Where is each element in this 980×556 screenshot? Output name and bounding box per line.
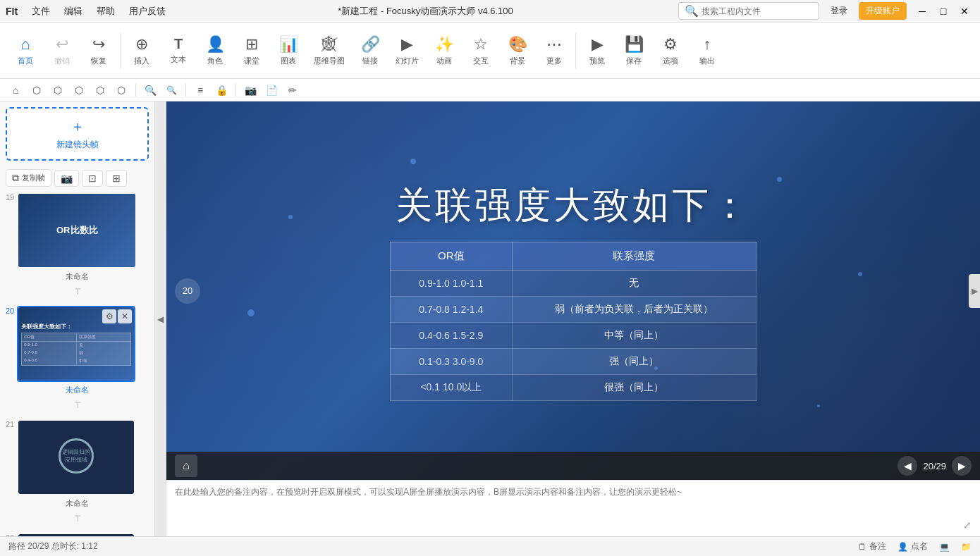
tb2-edit-btn[interactable]: ✏ xyxy=(284,82,301,99)
upgrade-button[interactable]: 升级账户 xyxy=(859,2,907,20)
panel-collapse-button[interactable]: ◀ xyxy=(155,101,166,536)
bg-label: 背景 xyxy=(510,56,525,66)
canvas-nav-home-btn[interactable]: ⌂ xyxy=(175,455,197,477)
notes-expand-button[interactable]: ⤢ xyxy=(963,519,972,531)
tb2-screenshot-btn[interactable]: 📷 xyxy=(242,82,259,99)
slide-num-19: 19 xyxy=(6,192,14,202)
toolbar-role-button[interactable]: 👤 角色 xyxy=(197,32,233,69)
slide-item[interactable]: 19 OR比数比 未命名 ⊤ xyxy=(3,192,152,300)
toolbar-redo-button[interactable]: ↪ 恢复 xyxy=(80,32,117,69)
nav-prev-button[interactable]: ◀ xyxy=(898,456,917,476)
toolbar-mindmap-button[interactable]: 🕸 思维导图 xyxy=(307,32,352,69)
undo-label: 撤销 xyxy=(54,56,70,66)
toolbar-save-button[interactable]: 💾 保存 xyxy=(615,32,652,69)
slide-icon: ▶ xyxy=(401,35,413,54)
toolbar-animate-button[interactable]: ✨ 动画 xyxy=(426,32,463,69)
table-cell: 无 xyxy=(512,270,756,296)
window-controls: ─ □ ✕ xyxy=(912,3,974,20)
save-icon: 💾 xyxy=(625,35,644,54)
save-label: 保存 xyxy=(626,56,642,66)
toolbar-chart-button[interactable]: 📊 图表 xyxy=(270,32,307,69)
menu-help[interactable]: 帮助 xyxy=(90,2,122,20)
toolbar-undo-button[interactable]: ↩ 撤销 xyxy=(44,32,80,69)
table-cell: 强（同上） xyxy=(512,348,756,374)
table-header-strength: 联系强度 xyxy=(512,242,756,270)
canvas[interactable]: 20 关联强度大致如下： OR值 联系强度 0.9-1.0 1.0-1.1无0.… xyxy=(166,101,980,480)
tb2-frame2-btn[interactable]: ⬡ xyxy=(49,82,66,99)
search-icon: 🔍 xyxy=(685,4,699,18)
toolbar-group-actions: ▶ 预览 💾 保存 ⚙ 选项 ↑ 输出 xyxy=(579,32,725,69)
folder-status-icon: 📁 xyxy=(961,542,972,552)
toolbar-insert-button[interactable]: ⊕ 插入 xyxy=(123,32,160,69)
tb2-sep3 xyxy=(235,84,236,97)
menu-feedback[interactable]: 用户反馈 xyxy=(122,2,173,20)
export-icon: ↑ xyxy=(704,35,711,54)
toolbar-class-button[interactable]: ⊞ 课堂 xyxy=(233,32,270,69)
toolbar-bg-button[interactable]: 🎨 背景 xyxy=(499,32,536,69)
nav-next-button[interactable]: ▶ xyxy=(952,456,972,476)
status-path: 路径 20/29 总时长: 1:12 xyxy=(8,540,98,552)
toolbar-interact-button[interactable]: ☆ 交互 xyxy=(463,32,499,69)
table-cell: 0.7-0.8 1.2-1.4 xyxy=(391,296,513,322)
toolbar-more-button[interactable]: ⋯ 更多 xyxy=(536,32,572,69)
fit-button[interactable]: ⊡ xyxy=(82,170,103,187)
canvas-nav-arrows: ◀ 20/29 ▶ xyxy=(898,456,972,476)
table-cell: 0.1-0.3 3.0-9.0 xyxy=(391,348,513,374)
slide-label-19: 未命名 xyxy=(3,270,152,283)
tb2-align-btn[interactable]: ≡ xyxy=(192,82,209,99)
new-frame-button[interactable]: ＋ 新建镜头帧 xyxy=(6,107,149,161)
toolbar-preview-button[interactable]: ▶ 预览 xyxy=(579,32,615,69)
copy-frame-button[interactable]: ⧉ 复制帧 xyxy=(6,169,51,187)
close-button[interactable]: ✕ xyxy=(955,3,974,20)
copy-frame-label: 复制帧 xyxy=(22,173,45,183)
menu-edit[interactable]: 编辑 xyxy=(57,2,90,20)
search-input[interactable] xyxy=(702,6,807,16)
slide-item-21[interactable]: 21 逻辑回归的应用领域 未命名 ⊤ xyxy=(3,419,152,527)
tb2-frame4-btn[interactable]: ⬡ xyxy=(92,82,109,99)
search-box[interactable]: 🔍 xyxy=(678,2,819,20)
slide-thumb-22 xyxy=(18,534,134,536)
tb2-frame3-btn[interactable]: ⬡ xyxy=(71,82,87,99)
tb2-sep1 xyxy=(135,84,136,97)
notes-textarea[interactable] xyxy=(175,486,972,531)
tb2-home-btn[interactable]: ⌂ xyxy=(7,82,24,99)
tb2-zoomout-btn[interactable]: 🔍 xyxy=(163,82,180,99)
slide-item-22[interactable]: 22 xyxy=(3,533,152,536)
toolbar-group-create: ⊕ 插入 T 文本 👤 角色 ⊞ 课堂 📊 图表 🕸 思维导图 🔗 链接 ▶ xyxy=(123,32,572,69)
tb2-page-btn[interactable]: 📄 xyxy=(263,82,280,99)
grid-button[interactable]: ⊞ xyxy=(106,170,127,187)
home-icon: ⌂ xyxy=(20,35,30,54)
slide-row-22: 22 xyxy=(3,533,152,536)
more-label: 更多 xyxy=(546,56,562,66)
notes-status-btn[interactable]: 🗒 备注 xyxy=(858,540,886,552)
toolbar-options-button[interactable]: ⚙ 选项 xyxy=(652,32,689,69)
tb2-frame1-btn[interactable]: ⬡ xyxy=(28,82,45,99)
login-button[interactable]: 登录 xyxy=(825,3,853,19)
tb2-zoomin-btn[interactable]: 🔍 xyxy=(142,82,159,99)
right-sidebar-toggle[interactable]: ▶ xyxy=(969,274,980,308)
toolbar-export-button[interactable]: ↑ 输出 xyxy=(689,32,725,69)
screen-status-btn[interactable]: 💻 xyxy=(939,542,950,552)
folder-status-btn[interactable]: 📁 xyxy=(961,542,972,552)
tb2-lock-btn[interactable]: 🔒 xyxy=(213,82,230,99)
panel-controls: ⧉ 复制帧 📷 ⊡ ⊞ xyxy=(0,166,154,190)
tb2-frame5-btn[interactable]: ⬡ xyxy=(113,82,130,99)
toolbar-home-button[interactable]: ⌂ 首页 xyxy=(7,32,44,69)
slide-num-21: 21 xyxy=(6,419,14,428)
callname-status-btn[interactable]: 👤 点名 xyxy=(898,540,928,552)
slide-item-active[interactable]: 20 关联强度大致如下： OR值 联系强度 xyxy=(3,306,152,414)
slide-row-20: 20 关联强度大致如下： OR值 联系强度 xyxy=(3,306,152,382)
notes-status-icon: 🗒 xyxy=(858,542,866,552)
toolbar-slide-button[interactable]: ▶ 幻灯片 xyxy=(388,32,426,69)
maximize-button[interactable]: □ xyxy=(933,3,953,20)
app-logo: FIt xyxy=(6,6,18,17)
toolbar-text-button[interactable]: T 文本 xyxy=(160,33,197,68)
menu-file[interactable]: 文件 xyxy=(25,2,57,20)
snapshot-button[interactable]: 📷 xyxy=(54,170,79,187)
slide-collapse-20[interactable]: ⊤ xyxy=(69,397,86,414)
options-icon: ⚙ xyxy=(663,35,678,54)
minimize-button[interactable]: ─ xyxy=(912,3,932,20)
slide-collapse-21[interactable]: ⊤ xyxy=(69,510,86,527)
toolbar-link-button[interactable]: 🔗 链接 xyxy=(352,32,388,69)
slide-collapse-19[interactable]: ⊤ xyxy=(69,283,86,300)
